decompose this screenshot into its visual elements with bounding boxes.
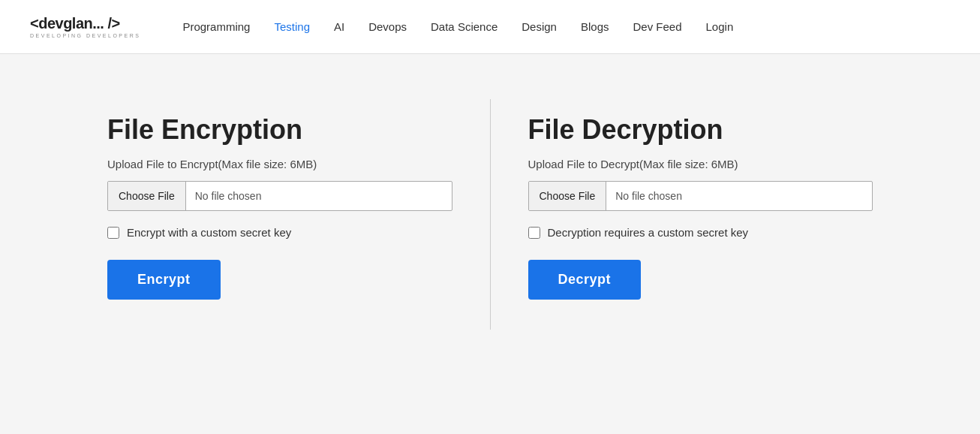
nav-dev-feed[interactable]: Dev Feed [621, 0, 693, 54]
encrypt-checkbox-label[interactable]: Encrypt with a custom secret key [127, 226, 291, 239]
nav-programming[interactable]: Programming [170, 0, 262, 54]
decrypt-checkbox-row: Decryption requires a custom secret key [528, 226, 873, 239]
logo-tagline: DEVELOPING DEVELOPERS [30, 33, 140, 38]
decrypt-button[interactable]: Decrypt [528, 260, 642, 300]
nav-ai[interactable]: AI [322, 0, 356, 54]
panels-container: File Encryption Upload File to Encrypt(M… [77, 99, 903, 330]
nav-blogs[interactable]: Blogs [569, 0, 621, 54]
nav-login[interactable]: Login [694, 0, 746, 54]
encrypt-panel: File Encryption Upload File to Encrypt(M… [77, 99, 482, 330]
decrypt-file-input-wrapper: Choose File No file chosen [528, 181, 873, 211]
nav-design[interactable]: Design [510, 0, 569, 54]
nav-data-science[interactable]: Data Science [419, 0, 510, 54]
encrypt-checkbox-row: Encrypt with a custom secret key [107, 226, 452, 239]
nav-devops[interactable]: Devops [356, 0, 419, 54]
encrypt-title: File Encryption [107, 114, 452, 146]
main-nav: Programming Testing AI Devops Data Scien… [170, 0, 745, 54]
encrypt-secret-key-checkbox[interactable] [107, 227, 119, 239]
encrypt-file-input-wrapper: Choose File No file chosen [107, 181, 452, 211]
encrypt-choose-file-button[interactable]: Choose File [108, 182, 186, 210]
site-logo: <devglan... /> DEVELOPING DEVELOPERS [30, 15, 140, 38]
decrypt-subtitle: Upload File to Decrypt(Max file size: 6M… [528, 158, 873, 170]
encrypt-button[interactable]: Encrypt [107, 260, 221, 300]
decrypt-checkbox-label[interactable]: Decryption requires a custom secret key [548, 226, 749, 239]
logo-text: <devglan... /> [30, 15, 140, 32]
nav-testing[interactable]: Testing [262, 0, 322, 54]
decrypt-title: File Decryption [528, 114, 873, 146]
decrypt-secret-key-checkbox[interactable] [528, 227, 540, 239]
encrypt-subtitle: Upload File to Encrypt(Max file size: 6M… [107, 158, 452, 170]
panel-divider [490, 99, 491, 330]
decrypt-choose-file-button[interactable]: Choose File [529, 182, 607, 210]
main-content: File Encryption Upload File to Encrypt(M… [0, 54, 980, 375]
encrypt-file-name: No file chosen [186, 190, 452, 202]
site-header: <devglan... /> DEVELOPING DEVELOPERS Pro… [0, 0, 980, 54]
decrypt-file-name: No file chosen [606, 190, 872, 202]
decrypt-panel: File Decryption Upload File to Decrypt(M… [498, 99, 903, 330]
